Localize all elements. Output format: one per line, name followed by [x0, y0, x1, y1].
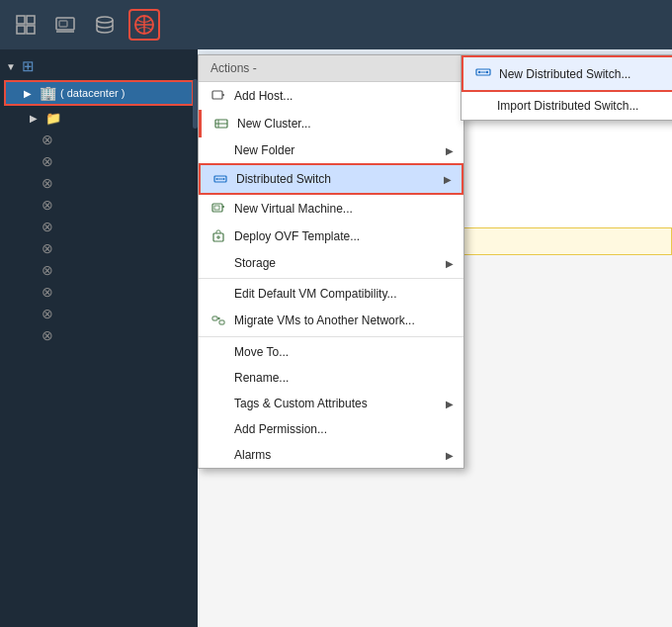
menu-item-migrate-vms[interactable]: Migrate VMs to Another Network...: [199, 307, 463, 334]
menu-item-new-cluster[interactable]: New Cluster...: [199, 110, 463, 137]
svg-rect-13: [212, 91, 222, 99]
storage-label: Storage: [234, 256, 276, 270]
svg-rect-30: [212, 316, 217, 320]
menu-item-add-permission[interactable]: Add Permission...: [199, 416, 463, 442]
menu-item-tags[interactable]: Tags & Custom Attributes ▶: [199, 391, 463, 416]
new-cluster-label: New Cluster...: [237, 117, 311, 131]
menu-item-rename[interactable]: Rename...: [199, 365, 463, 391]
deploy-ovf-label: Deploy OVF Template...: [234, 229, 360, 243]
add-host-icon: [210, 88, 226, 104]
submenu-item-new-ds[interactable]: New Distributed Switch...: [462, 55, 672, 92]
add-permission-label: Add Permission...: [234, 422, 327, 436]
distributed-switch-arrow: ▶: [444, 174, 452, 185]
distributed-switch-icon: [212, 171, 228, 187]
deploy-ovf-icon: [210, 228, 226, 244]
migrate-vms-label: Migrate VMs to Another Network...: [234, 314, 415, 327]
rename-label: Rename...: [234, 371, 289, 385]
svg-point-21: [223, 178, 225, 180]
menu-item-alarms[interactable]: Alarms ▶: [199, 442, 463, 468]
alarms-arrow: ▶: [446, 450, 454, 461]
menu-item-edit-compat[interactable]: Edit Default VM Compatibility...: [199, 281, 463, 307]
new-ds-label: New Distributed Switch...: [499, 67, 630, 81]
migrate-vms-icon: [210, 313, 226, 328]
menu-item-add-host[interactable]: Add Host...: [199, 82, 463, 110]
distributed-switch-submenu: New Distributed Switch... Import Distrib…: [461, 54, 672, 121]
menu-item-storage[interactable]: Storage ▶: [199, 250, 463, 276]
new-vm-label: New Virtual Machine...: [234, 202, 353, 216]
context-menu-overlay: Actions - Add Host... New Clust: [0, 0, 672, 627]
storage-arrow: ▶: [446, 258, 454, 269]
menu-header: Actions -: [199, 55, 463, 82]
new-cluster-icon: [213, 116, 229, 132]
tags-label: Tags & Custom Attributes: [234, 397, 368, 410]
menu-item-move-to[interactable]: Move To...: [199, 339, 463, 365]
distributed-switch-label: Distributed Switch: [236, 172, 331, 186]
new-ds-icon: [475, 64, 491, 83]
submenu-item-import-ds[interactable]: Import Distributed Switch...: [462, 92, 672, 120]
menu-divider-2: [199, 336, 463, 337]
add-host-label: Add Host...: [234, 89, 293, 103]
svg-rect-31: [219, 320, 224, 324]
new-vm-icon: [210, 201, 226, 217]
svg-point-33: [478, 71, 480, 73]
svg-point-20: [216, 178, 218, 180]
svg-point-34: [486, 71, 488, 73]
svg-rect-24: [214, 206, 219, 210]
edit-compat-label: Edit Default VM Compatibility...: [234, 287, 397, 301]
import-ds-label: Import Distributed Switch...: [497, 99, 638, 113]
menu-item-new-vm[interactable]: New Virtual Machine...: [199, 195, 463, 223]
alarms-label: Alarms: [234, 448, 271, 462]
menu-item-deploy-ovf[interactable]: Deploy OVF Template...: [199, 223, 463, 250]
menu-item-new-folder[interactable]: New Folder ▶: [199, 137, 463, 163]
new-folder-label: New Folder: [234, 143, 294, 157]
context-menu: Actions - Add Host... New Clust: [198, 54, 464, 469]
menu-item-distributed-switch[interactable]: Distributed Switch ▶: [199, 163, 463, 195]
move-to-label: Move To...: [234, 345, 289, 359]
tags-arrow: ▶: [446, 399, 454, 409]
new-folder-arrow: ▶: [446, 145, 454, 156]
svg-rect-23: [212, 204, 222, 212]
menu-divider-1: [199, 278, 463, 279]
